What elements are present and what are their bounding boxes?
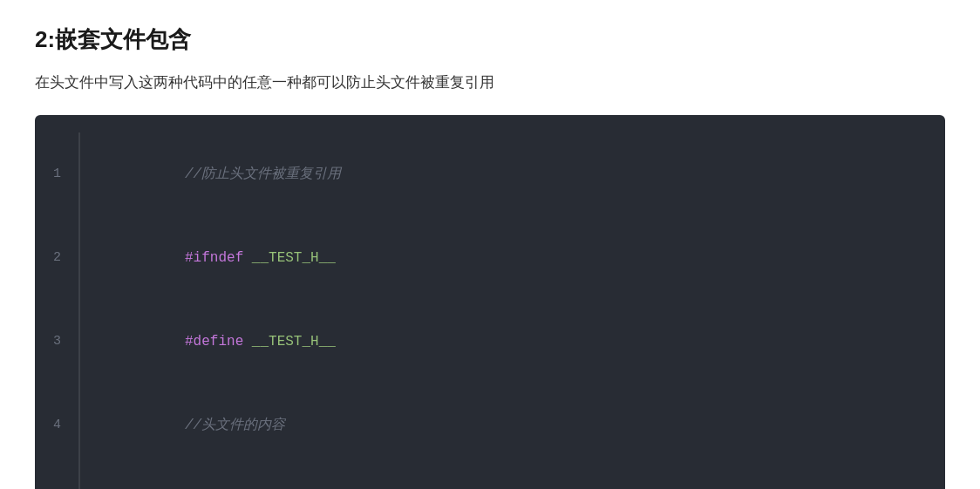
line-number: 1 [35, 161, 78, 187]
code-table: 1 //防止头文件被重复引用 2 #ifndef __TEST_H__ 3 #d [35, 132, 945, 489]
table-row: 4 //头文件的内容 [35, 384, 945, 467]
line-number: 3 [35, 329, 78, 355]
code-line: #endif [80, 467, 945, 489]
code-line: #ifndef __TEST_H__ [80, 216, 945, 300]
table-row: 5 #endif [35, 467, 945, 489]
table-row: 3 #define __TEST_H__ [35, 300, 945, 384]
description: 在头文件中写入这两种代码中的任意一种都可以防止头文件被重复引用 [35, 71, 945, 94]
code-line: #define __TEST_H__ [80, 300, 945, 384]
code-line: //防止头文件被重复引用 [80, 132, 945, 216]
keyword: #define [185, 334, 243, 350]
table-row: 2 #ifndef __TEST_H__ [35, 216, 945, 300]
keyword: #ifndef [185, 250, 243, 266]
comment-text: //防止头文件被重复引用 [185, 166, 341, 182]
table-row: 1 //防止头文件被重复引用 [35, 132, 945, 216]
page-title: 2:嵌套文件包含 [35, 24, 945, 55]
line-number: 4 [35, 412, 78, 438]
code-block: 1 //防止头文件被重复引用 2 #ifndef __TEST_H__ 3 #d [35, 115, 945, 489]
line-number: 2 [35, 245, 78, 271]
code-line: //头文件的内容 [80, 384, 945, 467]
page-container: 2:嵌套文件包含 在头文件中写入这两种代码中的任意一种都可以防止头文件被重复引用… [0, 0, 980, 489]
comment-text: //头文件的内容 [185, 418, 285, 433]
value: __TEST_H__ [252, 334, 336, 350]
value: __TEST_H__ [252, 250, 336, 266]
